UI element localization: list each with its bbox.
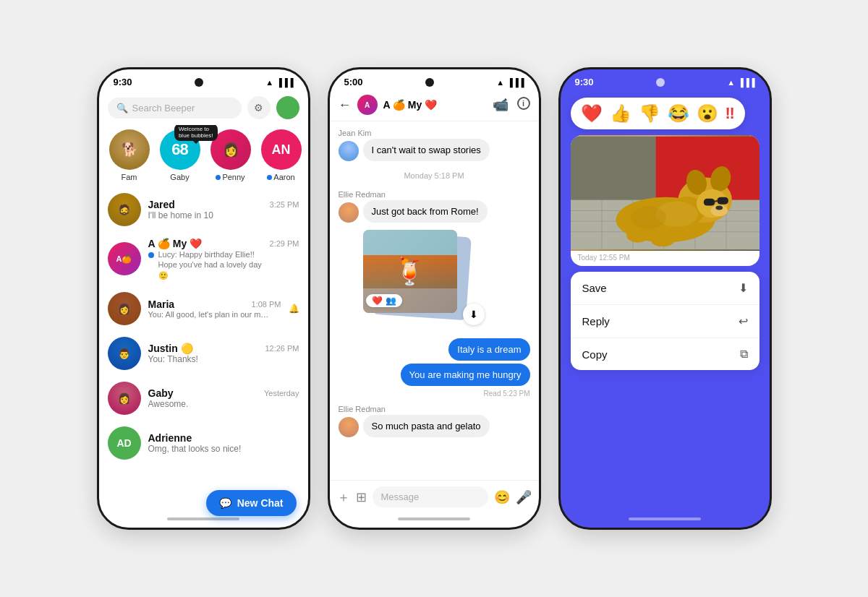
download-button[interactable]: ⬇ (463, 304, 485, 325)
chat-preview-a: Lucy: Happy birthday Ellie!! Hope you've… (158, 249, 273, 280)
chat-name-adrienne: Adrienne (148, 432, 192, 444)
chat-name-jared: Jared (148, 199, 175, 210)
status-icons-1: ▲ ▐▐▐ (265, 78, 293, 87)
svg-point-19 (715, 206, 723, 210)
reaction-thumbsdown-btn[interactable]: 👎 (639, 103, 660, 124)
context-item-copy[interactable]: Copy ⧉ (571, 338, 760, 370)
chat-info-justin: Justin 🟡 12:26 PM You: Thanks! (148, 343, 299, 364)
status-bar-2: 5:00 ▲ ▐▐▐ (330, 69, 539, 90)
chat-item-adrienne[interactable]: AD Adrienne Omg, that looks so nice! (99, 421, 308, 465)
chat-item-maria[interactable]: 👩 Maria 1:08 PM You: All good, let's pla… (99, 286, 308, 331)
bubble-hungry: You are making me hungry (401, 364, 530, 386)
save-icon: ⬇ (739, 281, 748, 295)
phone-1: 9:30 ▲ ▐▐▐ 🔍 Search Beeper ⚙ 🐕 Fam 68 We… (97, 67, 310, 530)
back-button[interactable]: ← (339, 98, 352, 113)
chat-item-gaby[interactable]: 👩 Gaby Yesterday Awesome. (99, 376, 308, 421)
new-chat-button[interactable]: 💬 New Chat (206, 490, 297, 516)
user-avatar[interactable] (276, 96, 299, 119)
chat-avatar-justin: 👨 (108, 337, 141, 370)
story-label-gaby: Gaby (170, 173, 189, 181)
photo-emoji: 🍹 (393, 257, 426, 287)
chat-item-jared[interactable]: 🧔 Jared 3:25 PM I'll be home in 10 (99, 187, 308, 232)
svg-rect-21 (717, 197, 728, 205)
photo-stack: 🍹 ❤️ 👥 ⬇ (363, 230, 479, 331)
mic-icon[interactable]: 🎤 (516, 489, 532, 505)
reply-icon: ↩ (739, 314, 748, 328)
phone-3: 9:30 ▲ ▐▐▐ ❤️ 👍 👎 😂 😮 ‼ (558, 67, 772, 530)
context-item-reply[interactable]: Reply ↩ (571, 305, 760, 338)
day-divider: Monday 5:18 PM (339, 171, 530, 180)
reaction-laugh-btn[interactable]: 😂 (668, 103, 689, 124)
msg-row-ellie-1: Just got back from Rome! (339, 200, 530, 223)
message-ellie-1: Ellie Redman Just got back from Rome! (339, 190, 530, 223)
search-input-container[interactable]: 🔍 Search Beeper (108, 98, 242, 119)
reaction-exclaim-btn[interactable]: ‼ (726, 104, 735, 123)
bubble-pasta: So much pasta and gelato (363, 415, 490, 437)
unread-dot-aaron (267, 175, 272, 180)
chat-name-gaby: Gaby (148, 387, 174, 399)
chat-name-row-maria: Maria 1:08 PM (148, 298, 281, 310)
status-icons-2: ▲ ▐▐▐ (496, 78, 524, 87)
message-placeholder: Message (381, 491, 420, 502)
info-icon[interactable]: i (517, 97, 530, 110)
chat-header-name: A 🍊 My ❤️ (383, 99, 487, 111)
chat-time-a: 2:29 PM (270, 239, 299, 248)
chat-name-row-jared: Jared 3:25 PM (148, 199, 299, 210)
header-avatar: A (357, 95, 378, 115)
messages-area: Jean Kim I can't wait to swap stories Mo… (330, 121, 539, 480)
chat-avatar-jared: 🧔 (108, 193, 141, 226)
chat-preview-row-a: Lucy: Happy birthday Ellie!! Hope you've… (148, 249, 299, 280)
avatar-ellie-2 (339, 417, 359, 437)
search-bar-row: 🔍 Search Beeper ⚙ (99, 90, 308, 125)
photo-timestamp: Today 12:55 PM (571, 251, 760, 266)
camera-notch-3 (656, 78, 665, 87)
message-ellie-2: Ellie Redman So much pasta and gelato (339, 405, 530, 437)
media-icon[interactable]: ⊞ (356, 489, 367, 505)
wifi-icon-2: ▲ (496, 78, 504, 87)
story-aaron[interactable]: AN Aaron (261, 129, 302, 181)
story-label-fam: Fam (122, 173, 137, 181)
chat-name-row-gaby: Gaby Yesterday (148, 387, 299, 399)
chat-header-icons: 📹 i (493, 97, 530, 113)
phone1-content: 🔍 Search Beeper ⚙ 🐕 Fam 68 Welcome toblu… (99, 90, 308, 513)
wifi-icon: ▲ (265, 78, 273, 87)
video-call-icon[interactable]: 📹 (493, 97, 509, 113)
chat-item-justin[interactable]: 👨 Justin 🟡 12:26 PM You: Thanks! (99, 331, 308, 376)
new-chat-label: New Chat (237, 497, 284, 509)
chat-item-a[interactable]: A🍊 A 🍊 My ❤️ 2:29 PM Lucy: Happy birthda… (99, 232, 308, 286)
reply-label: Reply (582, 315, 610, 327)
svg-line-22 (715, 201, 717, 202)
reaction-thumbsup-btn[interactable]: 👍 (610, 103, 631, 124)
dog-illustration (571, 135, 760, 251)
copy-label: Copy (582, 348, 608, 361)
sender-ellie-1: Ellie Redman (339, 190, 530, 199)
settings-button[interactable]: ⚙ (247, 96, 271, 119)
tooltip-gaby: Welcome toblue bubbles! (174, 125, 218, 141)
avatar-jean-kim (339, 141, 359, 161)
phone3-content: ❤️ 👍 👎 😂 😮 ‼ (561, 90, 770, 513)
svg-rect-2 (571, 137, 655, 200)
story-label-aaron: Aaron (267, 173, 294, 181)
context-item-save[interactable]: Save ⬇ (571, 272, 760, 305)
story-gaby[interactable]: 68 Welcome toblue bubbles! Gaby (160, 129, 200, 181)
reaction-people: 👥 (386, 296, 396, 306)
chat-name-maria: Maria (148, 298, 175, 310)
emoji-icon[interactable]: 😊 (494, 489, 510, 505)
context-menu: Save ⬇ Reply ↩ Copy ⧉ (571, 272, 760, 370)
sender-ellie-2: Ellie Redman (339, 405, 530, 413)
chat-preview-jared: I'll be home in 10 (148, 210, 271, 220)
status-bar-3: 9:30 ▲ ▐▐▐ (561, 69, 770, 90)
unread-dot-penny (216, 175, 221, 180)
unread-dot-a (148, 252, 154, 258)
reactions-bar: ❤️ 👍 👎 😂 😮 ‼ (571, 98, 745, 129)
input-bar: ＋ ⊞ Message 😊 🎤 (330, 480, 539, 513)
reaction-heart-btn[interactable]: ❤️ (581, 103, 603, 124)
chat-avatar-adrienne: AD (108, 426, 141, 460)
reaction-surprised-btn[interactable]: 😮 (697, 103, 718, 124)
dog-photo (571, 135, 760, 251)
save-label: Save (582, 282, 607, 294)
add-icon[interactable]: ＋ (337, 489, 350, 506)
chat-name-row-a: A 🍊 My ❤️ 2:29 PM (148, 238, 299, 249)
message-input[interactable]: Message (373, 486, 488, 507)
story-fam[interactable]: 🐕 Fam (109, 129, 150, 181)
